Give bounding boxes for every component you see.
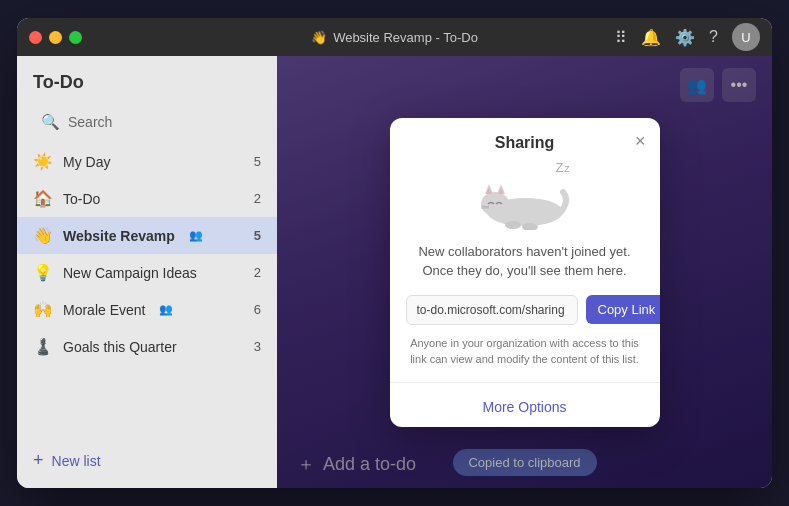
search-button[interactable]: 🔍 Search — [25, 105, 269, 139]
cat-illustration: Zz — [390, 160, 660, 238]
grid-icon[interactable]: ⠿ — [615, 28, 627, 47]
share-link-input[interactable] — [406, 295, 578, 325]
website-revamp-count: 5 — [254, 228, 261, 243]
more-options-button[interactable]: More Options — [390, 387, 660, 427]
my-day-count: 5 — [254, 154, 261, 169]
sidebar-item-new-campaign-ideas[interactable]: 💡 New Campaign Ideas 2 — [17, 254, 277, 291]
sidebar-item-label: Goals this Quarter — [63, 339, 177, 355]
app-title: To-Do — [33, 72, 84, 93]
morale-event-icon: 🙌 — [33, 300, 53, 319]
main-content: 👥 ••• Sharing × — [277, 56, 772, 488]
title-emoji: 👋 — [311, 30, 327, 45]
app-window: 👋 Website Revamp - To-Do ⠿ 🔔 ⚙️ ? U To-D… — [17, 18, 772, 488]
maximize-window-button[interactable] — [69, 31, 82, 44]
modal-divider — [390, 382, 660, 383]
new-list-label: New list — [52, 453, 101, 469]
sharing-modal: Sharing × — [390, 118, 660, 427]
svg-point-1 — [481, 192, 509, 216]
window-controls — [29, 31, 82, 44]
sidebar-item-label: Morale Event — [63, 302, 145, 318]
titlebar: 👋 Website Revamp - To-Do ⠿ 🔔 ⚙️ ? U — [17, 18, 772, 56]
sidebar-item-website-revamp[interactable]: 👋 Website Revamp 👥 5 — [17, 217, 277, 254]
search-label: Search — [68, 114, 112, 130]
plus-icon: + — [33, 450, 44, 471]
sidebar-item-morale-event[interactable]: 🙌 Morale Event 👥 6 — [17, 291, 277, 328]
sidebar-item-label: My Day — [63, 154, 110, 170]
modal-close-button[interactable]: × — [635, 132, 646, 150]
my-day-icon: ☀️ — [33, 152, 53, 171]
copy-link-button[interactable]: Copy Link — [586, 295, 660, 324]
morale-event-count: 6 — [254, 302, 261, 317]
close-window-button[interactable] — [29, 31, 42, 44]
svg-point-8 — [505, 221, 521, 229]
settings-icon[interactable]: ⚙️ — [675, 28, 695, 47]
sidebar-item-goals-this-quarter[interactable]: ♟️ Goals this Quarter 3 — [17, 328, 277, 365]
campaign-ideas-count: 2 — [254, 265, 261, 280]
app-body: To-Do 🔍 Search ☀️ My Day 5 🏠 To-Do 2 👋 W… — [17, 56, 772, 488]
modal-note: Anyone in your organization with access … — [390, 335, 660, 382]
sleeping-cat-svg — [475, 170, 575, 230]
goals-count: 3 — [254, 339, 261, 354]
website-revamp-icon: 👋 — [33, 226, 53, 245]
minimize-window-button[interactable] — [49, 31, 62, 44]
modal-description: New collaborators haven't joined yet. On… — [390, 238, 660, 295]
search-icon: 🔍 — [41, 113, 60, 131]
modal-overlay: Sharing × — [277, 56, 772, 488]
to-do-count: 2 — [254, 191, 261, 206]
sidebar-item-label: To-Do — [63, 191, 100, 207]
bell-icon[interactable]: 🔔 — [641, 28, 661, 47]
title-text: Website Revamp - To-Do — [333, 30, 478, 45]
window-title: 👋 Website Revamp - To-Do — [311, 30, 478, 45]
sidebar: To-Do 🔍 Search ☀️ My Day 5 🏠 To-Do 2 👋 W… — [17, 56, 277, 488]
sidebar-item-label: New Campaign Ideas — [63, 265, 197, 281]
avatar[interactable]: U — [732, 23, 760, 51]
sidebar-item-to-do[interactable]: 🏠 To-Do 2 — [17, 180, 277, 217]
help-icon[interactable]: ? — [709, 28, 718, 46]
sidebar-item-label: Website Revamp — [63, 228, 175, 244]
goals-icon: ♟️ — [33, 337, 53, 356]
modal-header: Sharing × — [390, 118, 660, 160]
to-do-icon: 🏠 — [33, 189, 53, 208]
modal-link-row: Copy Link — [390, 295, 660, 335]
share-icon: 👥 — [189, 229, 203, 242]
modal-title: Sharing — [495, 134, 555, 152]
sidebar-header: To-Do — [17, 64, 277, 105]
sidebar-item-my-day[interactable]: ☀️ My Day 5 — [17, 143, 277, 180]
morale-share-icon: 👥 — [159, 303, 173, 316]
campaign-ideas-icon: 💡 — [33, 263, 53, 282]
new-list-button[interactable]: + New list — [17, 441, 277, 480]
